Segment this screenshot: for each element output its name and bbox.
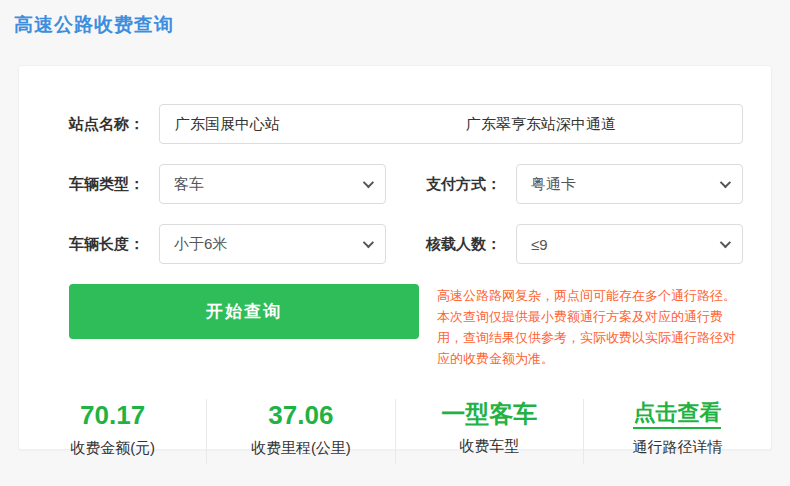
toll-query-page: 高速公路收费查询 站点名称： 广东国展中心站 广东翠亨东站深中通道 车辆类型： … <box>0 0 790 486</box>
station-field: 站点名称： 广东国展中心站 广东翠亨东站深中通道 <box>69 104 743 144</box>
result-toll-distance: 37.06 收费里程(公里) <box>206 399 394 464</box>
vehicle-type-select[interactable]: 客车 <box>159 164 386 204</box>
end-station-value[interactable]: 广东翠亨东站深中通道 <box>451 115 742 134</box>
chevron-down-icon <box>720 177 731 188</box>
action-row: 开始查询 高速公路路网复杂，两点间可能存在多个通行路径。本次查询仅提供最小费额通… <box>69 284 743 369</box>
vehicle-class-value: 一型客车 <box>400 401 579 427</box>
vehicle-type-value: 客车 <box>174 175 204 194</box>
toll-amount-label: 收费金额(元) <box>23 439 202 458</box>
station-row: 站点名称： 广东国展中心站 广东翠亨东站深中通道 <box>69 104 743 144</box>
page-title: 高速公路收费查询 <box>14 12 174 38</box>
route-details-label: 通行路径详情 <box>588 438 767 457</box>
vehicle-class-label: 收费车型 <box>400 437 579 456</box>
result-toll-amount: 70.17 收费金额(元) <box>19 399 206 464</box>
results-row: 70.17 收费金额(元) 37.06 收费里程(公里) 一型客车 收费车型 点… <box>19 395 771 472</box>
toll-distance-label: 收费里程(公里) <box>211 439 390 458</box>
start-query-button[interactable]: 开始查询 <box>69 284 419 339</box>
payment-method-field: 支付方式： 粤通卡 <box>426 164 743 204</box>
start-station-value[interactable]: 广东国展中心站 <box>160 115 451 134</box>
result-vehicle-class: 一型客车 收费车型 <box>395 399 583 464</box>
vehicle-length-label: 车辆长度： <box>69 235 159 254</box>
result-route-details: 点击查看 通行路径详情 <box>583 399 771 464</box>
station-label: 站点名称： <box>69 115 159 134</box>
vehicle-type-label: 车辆类型： <box>69 175 159 194</box>
toll-distance-value: 37.06 <box>211 401 390 430</box>
vehicle-length-field: 车辆长度： 小于6米 <box>69 224 386 264</box>
passenger-capacity-select[interactable]: ≤9 <box>516 224 743 264</box>
chevron-down-icon <box>363 177 374 188</box>
view-route-link[interactable]: 点击查看 <box>633 401 721 429</box>
passenger-capacity-label: 核载人数： <box>426 235 516 254</box>
query-card: 站点名称： 广东国展中心站 广东翠亨东站深中通道 车辆类型： 客车 支付方式： … <box>18 65 772 450</box>
payment-method-label: 支付方式： <box>426 175 516 194</box>
chevron-down-icon <box>363 237 374 248</box>
vehicle-type-field: 车辆类型： 客车 <box>69 164 386 204</box>
passenger-capacity-value: ≤9 <box>531 236 548 253</box>
toll-amount-value: 70.17 <box>23 401 202 430</box>
payment-method-value: 粤通卡 <box>531 175 576 194</box>
station-input[interactable]: 广东国展中心站 广东翠亨东站深中通道 <box>159 104 743 144</box>
vehicle-length-select[interactable]: 小于6米 <box>159 224 386 264</box>
length-capacity-row: 车辆长度： 小于6米 核载人数： ≤9 <box>69 224 743 264</box>
payment-method-select[interactable]: 粤通卡 <box>516 164 743 204</box>
chevron-down-icon <box>720 237 731 248</box>
query-notice-text: 高速公路路网复杂，两点间可能存在多个通行路径。本次查询仅提供最小费额通行方案及对… <box>437 284 743 369</box>
vehicle-length-value: 小于6米 <box>174 235 227 254</box>
type-payment-row: 车辆类型： 客车 支付方式： 粤通卡 <box>69 164 743 204</box>
passenger-capacity-field: 核载人数： ≤9 <box>426 224 743 264</box>
